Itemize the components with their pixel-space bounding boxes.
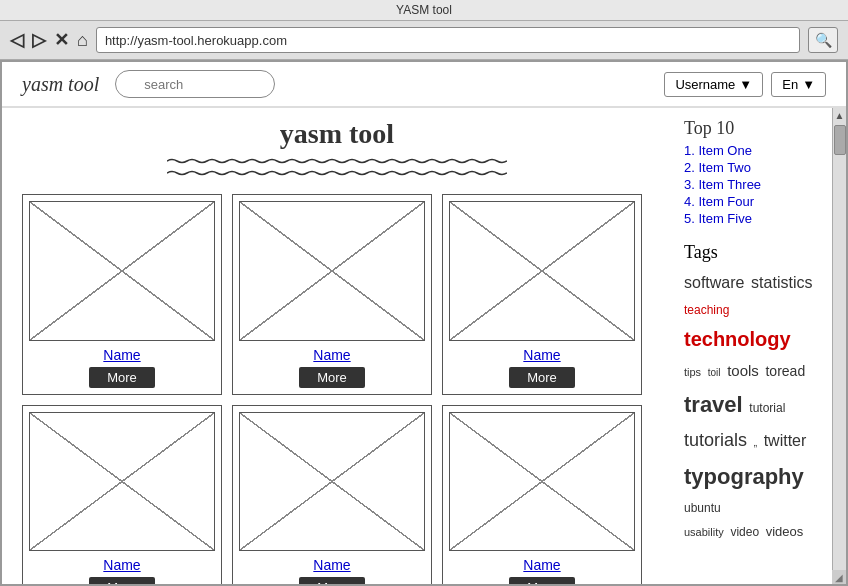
scrollbar: ▲ — [832, 108, 846, 584]
subtitle-line-1 — [167, 156, 507, 166]
tag-comma-icon: „ — [754, 437, 757, 448]
tag-statistics[interactable]: statistics — [751, 274, 812, 291]
card-image-4 — [29, 412, 215, 552]
title-bar-text: YASM tool — [396, 3, 452, 17]
username-label: Username — [675, 77, 735, 92]
tag-tutorials[interactable]: tutorials — [684, 430, 747, 450]
sidebar: Top 10 1. Item One 2. Item Two 3. Item T… — [672, 108, 832, 584]
back-button[interactable]: ◁ — [10, 31, 24, 49]
tag-ubuntu[interactable]: ubuntu — [684, 501, 721, 515]
top10-item-1: 1. Item One — [684, 143, 820, 158]
card-more-button-1[interactable]: More — [89, 367, 155, 388]
app-logo: yasm tool — [22, 73, 99, 96]
top10-label-4[interactable]: Item Four — [698, 194, 754, 209]
browser-search-button[interactable]: 🔍 — [808, 27, 838, 53]
tag-technology[interactable]: technology — [684, 328, 791, 350]
card-1: Name More — [22, 194, 222, 395]
title-bar: YASM tool — [0, 0, 848, 21]
browser-window: yasm tool 🔍 Username ▼ En ▼ yasm tool — [0, 60, 848, 586]
home-button[interactable]: ⌂ — [77, 31, 88, 49]
page-title: yasm tool — [22, 118, 652, 150]
browser-chrome: ◁ ▷ ✕ ⌂ 🔍 — [0, 21, 848, 60]
subtitle-lines — [22, 156, 652, 178]
tag-tips[interactable]: tips — [684, 366, 701, 378]
card-name-4[interactable]: Name — [103, 557, 140, 573]
tag-twitter[interactable]: twitter — [764, 432, 807, 449]
card-more-button-4[interactable]: More — [89, 577, 155, 584]
top10-label-5[interactable]: Item Five — [698, 211, 751, 226]
forward-button[interactable]: ▷ — [32, 31, 46, 49]
card-image-1 — [29, 201, 215, 341]
tags-title: Tags — [684, 242, 820, 263]
card-name-2[interactable]: Name — [313, 347, 350, 363]
top10-list: 1. Item One 2. Item Two 3. Item Three 4.… — [684, 143, 820, 226]
tag-tools[interactable]: tools — [727, 362, 759, 379]
stop-button[interactable]: ✕ — [54, 31, 69, 49]
tag-teaching[interactable]: teaching — [684, 303, 729, 317]
card-name-3[interactable]: Name — [523, 347, 560, 363]
top10-title: Top 10 — [684, 118, 820, 139]
card-image-3 — [449, 201, 635, 341]
card-more-button-2[interactable]: More — [299, 367, 365, 388]
resize-handle[interactable]: ◢ — [832, 570, 846, 584]
scrollbar-thumb[interactable] — [834, 125, 846, 155]
card-more-button-3[interactable]: More — [509, 367, 575, 388]
app-header: yasm tool 🔍 Username ▼ En ▼ — [2, 62, 846, 108]
card-name-6[interactable]: Name — [523, 557, 560, 573]
page-content: yasm tool Name More Name More — [2, 108, 846, 584]
card-more-button-5[interactable]: More — [299, 577, 365, 584]
card-3: Name More — [442, 194, 642, 395]
main-area: yasm tool Name More Name More — [2, 108, 672, 584]
top10-num-4: 4. — [684, 194, 698, 209]
tag-typography[interactable]: typography — [684, 464, 804, 489]
top10-label-1[interactable]: Item One — [698, 143, 751, 158]
username-button[interactable]: Username ▼ — [664, 72, 763, 97]
top10-num-2: 2. — [684, 160, 698, 175]
top10-num-1: 1. — [684, 143, 698, 158]
top10-item-5: 5. Item Five — [684, 211, 820, 226]
tag-tutorial[interactable]: tutorial — [749, 401, 785, 415]
scroll-up-arrow[interactable]: ▲ — [833, 108, 846, 123]
tags-section: Tags software statistics teaching techno… — [684, 242, 820, 543]
username-arrow-icon: ▼ — [739, 77, 752, 92]
lang-arrow-icon: ▼ — [802, 77, 815, 92]
browser-search-icon: 🔍 — [815, 32, 832, 48]
top10-num-5: 5. — [684, 211, 698, 226]
card-4: Name More — [22, 405, 222, 585]
tag-toread[interactable]: toread — [765, 363, 805, 379]
top10-item-4: 4. Item Four — [684, 194, 820, 209]
card-6: Name More — [442, 405, 642, 585]
card-image-2 — [239, 201, 425, 341]
top10-label-2[interactable]: Item Two — [698, 160, 751, 175]
top10-label-3[interactable]: Item Three — [698, 177, 761, 192]
cards-grid: Name More Name More Name More — [22, 194, 642, 584]
card-5: Name More — [232, 405, 432, 585]
tag-usability[interactable]: usability — [684, 526, 724, 538]
lang-label: En — [782, 77, 798, 92]
tag-video[interactable]: video — [730, 525, 759, 539]
top10-item-3: 3. Item Three — [684, 177, 820, 192]
card-name-1[interactable]: Name — [103, 347, 140, 363]
card-image-5 — [239, 412, 425, 552]
card-2: Name More — [232, 194, 432, 395]
top10-num-3: 3. — [684, 177, 698, 192]
search-wrap: 🔍 — [115, 70, 275, 98]
tag-software[interactable]: software — [684, 274, 744, 291]
card-image-6 — [449, 412, 635, 552]
subtitle-line-2 — [167, 168, 507, 178]
search-input[interactable] — [115, 70, 275, 98]
tag-toil[interactable]: toil — [708, 367, 721, 378]
card-name-5[interactable]: Name — [313, 557, 350, 573]
language-button[interactable]: En ▼ — [771, 72, 826, 97]
address-bar[interactable] — [96, 27, 800, 53]
header-right: Username ▼ En ▼ — [664, 72, 826, 97]
tag-travel[interactable]: travel — [684, 392, 743, 417]
tag-videos[interactable]: videos — [766, 524, 804, 539]
card-more-button-6[interactable]: More — [509, 577, 575, 584]
top10-item-2: 2. Item Two — [684, 160, 820, 175]
tags-cloud: software statistics teaching technology … — [684, 269, 820, 543]
